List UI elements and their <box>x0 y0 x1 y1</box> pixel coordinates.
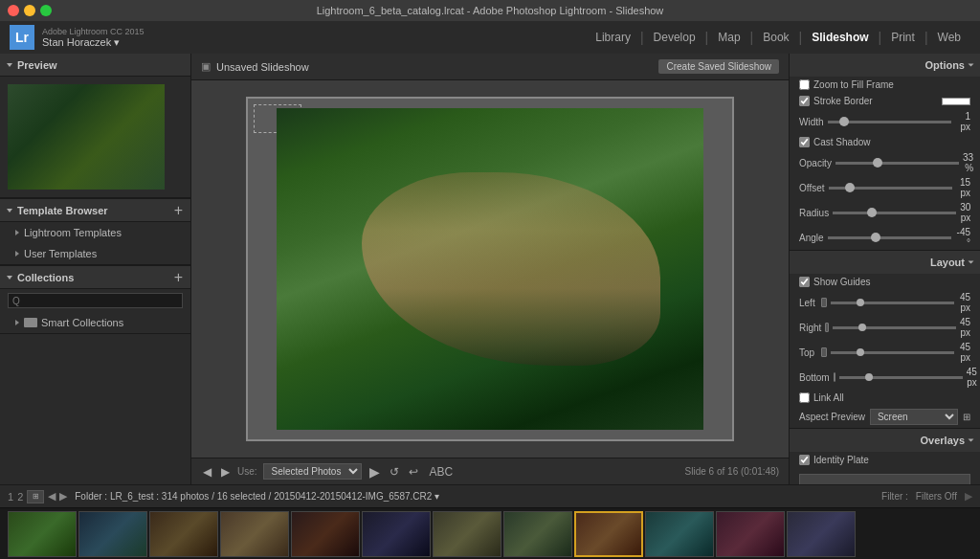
filmstrip-thumb-9[interactable] <box>574 511 643 557</box>
cast-shadow-label: Cast Shadow <box>813 137 870 147</box>
top-guide-slider[interactable] <box>831 351 954 354</box>
prev-photo-button[interactable]: ◀ <box>201 465 213 479</box>
filmstrip-thumb-2[interactable] <box>78 511 147 557</box>
stroke-width-value: 1 px <box>955 111 970 132</box>
top-guide-lock[interactable] <box>821 347 827 357</box>
angle-slider[interactable] <box>828 236 951 239</box>
aspect-preview-select[interactable]: Screen <box>870 409 958 425</box>
cast-shadow-checkbox[interactable] <box>799 137 810 147</box>
left-guide-slider[interactable] <box>831 302 954 304</box>
collections-panel-header[interactable]: Collections + <box>0 266 190 289</box>
filmstrip-thumb-3[interactable] <box>149 511 218 557</box>
filmstrip-thumb-12[interactable] <box>787 511 856 557</box>
radius-slider[interactable] <box>833 212 956 214</box>
filters-off-label[interactable]: Filters Off <box>916 491 957 502</box>
filmstrip-next-button[interactable]: ▶ <box>59 490 67 503</box>
identity-plate-box[interactable]: Stan Horaczek <box>799 474 970 484</box>
filmstrip-view-2-button[interactable]: 2 <box>17 491 23 503</box>
filmstrip-bar: 1 2 ⊞ ◀ ▶ Folder : LR_6_test : 314 photo… <box>0 484 980 507</box>
folder-dropdown-icon[interactable]: ▾ <box>434 491 439 502</box>
opacity-row: Opacity 33 % <box>790 150 980 175</box>
identity-plate-checkbox[interactable] <box>799 455 810 465</box>
right-panel: Options Zoom to Fill Frame Stroke Border… <box>789 54 980 484</box>
stroke-width-slider[interactable] <box>828 121 951 123</box>
top-guide-value: 45 px <box>958 342 970 363</box>
opacity-slider[interactable] <box>835 162 959 165</box>
radius-row: Radius 30 px <box>790 200 980 225</box>
template-browser-header[interactable]: Template Browser + <box>0 199 190 222</box>
loop-button[interactable]: ↺ <box>388 465 401 479</box>
app-info: Adobe Lightroom CC 2015 Stan Horaczek ▾ <box>42 27 145 49</box>
user-name[interactable]: Stan Horaczek ▾ <box>42 36 145 49</box>
nav-print[interactable]: Print <box>881 21 924 54</box>
next-photo-button[interactable]: ▶ <box>219 465 232 479</box>
grid-view-button[interactable]: ⊞ <box>27 490 44 503</box>
radius-label: Radius <box>799 208 829 218</box>
nav-menu: Library | Develop | Map | Book | Slidesh… <box>586 21 970 54</box>
abc-label: ABC <box>430 465 454 479</box>
create-saved-slideshow-button[interactable]: Create Saved Slideshow <box>658 59 779 74</box>
smart-collections-icon <box>15 320 19 325</box>
filmstrip-thumb-8[interactable] <box>503 511 572 557</box>
bottom-guide-lock[interactable] <box>834 372 835 382</box>
preview-panel-header[interactable]: Preview <box>0 54 190 77</box>
zoom-to-fill-checkbox[interactable] <box>799 79 810 90</box>
close-button[interactable] <box>8 5 19 16</box>
angle-row: Angle -45 ° <box>790 225 980 250</box>
filmstrip-thumb-7[interactable] <box>433 511 501 557</box>
offset-slider[interactable] <box>829 187 952 190</box>
nav-slideshow[interactable]: Slideshow <box>802 21 878 54</box>
nav-library[interactable]: Library <box>586 21 640 54</box>
collections-add-button[interactable]: + <box>174 269 183 286</box>
left-guide-lock[interactable] <box>821 298 827 307</box>
user-dropdown-icon[interactable]: ▾ <box>114 36 120 49</box>
offset-value: 15 px <box>956 177 971 198</box>
identity-plate-row: Identity Plate <box>790 452 980 468</box>
zoom-to-fill-row: Zoom to Fill Frame <box>790 77 980 93</box>
filmstrip-thumb-6[interactable] <box>362 511 431 557</box>
smart-collections-item[interactable]: Smart Collections <box>0 312 190 333</box>
link-all-checkbox[interactable] <box>799 392 810 403</box>
filmstrip-thumb-5[interactable] <box>291 511 360 557</box>
top-guide-label: Top <box>799 347 817 358</box>
window-title: Lightroom_6_beta_catalog.lrcat - Adobe P… <box>317 5 664 16</box>
overlays-header[interactable]: Overlays <box>790 429 980 452</box>
filmstrip-thumb-4[interactable] <box>220 511 289 557</box>
filmstrip-thumb-1[interactable] <box>8 511 77 557</box>
user-templates-item[interactable]: User Templates <box>0 243 190 264</box>
right-guide-lock[interactable] <box>825 323 829 332</box>
nav-develop[interactable]: Develop <box>644 21 705 54</box>
layout-header[interactable]: Layout <box>790 251 980 274</box>
filter-expand-icon[interactable]: ▶ <box>965 490 972 503</box>
sync-button[interactable]: ↩ <box>407 465 420 479</box>
filmstrip-thumb-11[interactable] <box>716 511 785 557</box>
right-guide-slider[interactable] <box>833 326 956 329</box>
overlays-section: Overlays Identity Plate Stan Horaczek <box>790 429 980 484</box>
nav-web[interactable]: Web <box>928 21 970 54</box>
filmstrip-prev-button[interactable]: ◀ <box>48 490 56 503</box>
minimize-button[interactable] <box>24 5 35 16</box>
options-label: Options <box>924 59 965 71</box>
collections-search-input[interactable] <box>8 293 183 308</box>
show-guides-checkbox[interactable] <box>799 277 810 287</box>
maximize-button[interactable] <box>40 5 52 16</box>
aspect-expand-icon[interactable]: ⊞ <box>963 412 970 422</box>
template-browser-add-button[interactable]: + <box>174 202 183 219</box>
filmstrip-view-1-button[interactable]: 1 <box>8 491 13 503</box>
options-header[interactable]: Options <box>790 54 980 77</box>
nav-map[interactable]: Map <box>708 21 749 54</box>
slideshow-toolbar: ▣ Unsaved Slideshow Create Saved Slidesh… <box>191 54 789 80</box>
stroke-border-row: Stroke Border <box>790 93 980 109</box>
window-controls[interactable] <box>8 5 52 16</box>
lightroom-templates-item[interactable]: Lightroom Templates <box>0 222 190 243</box>
selected-photos-dropdown[interactable]: Selected Photos <box>263 463 362 480</box>
nav-book[interactable]: Book <box>753 21 798 54</box>
filmstrip-thumb-10[interactable] <box>645 511 714 557</box>
options-toggle-icon <box>969 64 974 67</box>
use-label: Use: <box>237 466 257 477</box>
play-button[interactable]: ▶ <box>368 464 382 480</box>
bottom-guide-slider[interactable] <box>839 376 963 379</box>
opacity-label: Opacity <box>799 158 832 168</box>
stroke-border-checkbox[interactable] <box>799 96 810 106</box>
stroke-color-swatch[interactable] <box>942 98 970 105</box>
